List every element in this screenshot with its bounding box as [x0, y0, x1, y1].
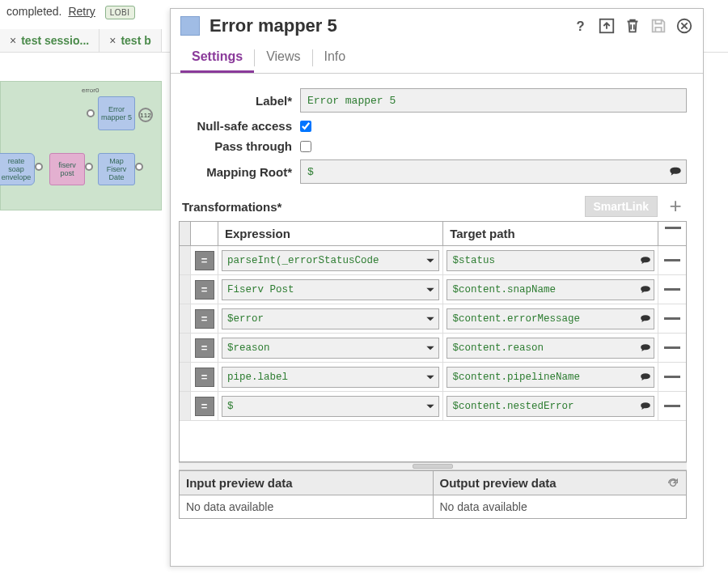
status-text: completed. — [6, 5, 61, 18]
drag-handle[interactable] — [180, 363, 191, 391]
pipeline-canvas[interactable]: error0 Error mapper 5 112 reate soap env… — [0, 81, 162, 210]
dialog-title: Error mapper 5 — [210, 15, 572, 36]
dropdown-icon[interactable] — [425, 372, 436, 383]
close-icon[interactable]: × — [10, 34, 16, 47]
dropdown-icon[interactable] — [425, 255, 436, 266]
close-icon[interactable]: × — [109, 34, 116, 47]
output-preview-body: No data available — [434, 495, 687, 518]
remove-row-button[interactable] — [664, 259, 680, 261]
node-create-soap[interactable]: reate soap envelope — [0, 153, 35, 185]
equals-button[interactable]: = — [195, 397, 214, 416]
port-icon[interactable] — [35, 163, 43, 171]
expression-input[interactable] — [222, 279, 439, 300]
tab-settings[interactable]: Settings — [180, 43, 254, 73]
lob-badge: LOBI — [105, 6, 135, 19]
suggest-icon[interactable] — [640, 255, 651, 266]
remove-row-button[interactable] — [664, 317, 680, 320]
tab-label: test sessio... — [21, 34, 89, 47]
input-preview-title: Input preview data — [186, 476, 293, 490]
remove-row-button[interactable] — [664, 405, 680, 407]
expression-input[interactable] — [222, 367, 439, 388]
refresh-icon[interactable] — [667, 477, 679, 490]
equals-button[interactable]: = — [195, 251, 214, 270]
node-fiserv-post[interactable]: fiserv post — [49, 153, 85, 185]
passthrough-label: Pass through — [179, 139, 300, 153]
dropdown-icon[interactable] — [425, 284, 436, 295]
remove-row-button[interactable] — [664, 346, 680, 349]
equals-button[interactable]: = — [195, 338, 214, 358]
drag-handle[interactable] — [180, 392, 191, 420]
node-error-mapper[interactable]: Error mapper 5 — [98, 96, 135, 130]
export-icon[interactable] — [598, 17, 616, 35]
output-preview-title: Output preview data — [440, 476, 557, 490]
dropdown-icon[interactable] — [425, 313, 436, 325]
port-icon[interactable] — [87, 109, 95, 117]
suggest-icon[interactable] — [640, 342, 651, 354]
target-input[interactable] — [447, 308, 654, 329]
error-port-label: error0 — [82, 87, 99, 94]
minus-icon[interactable] — [665, 227, 681, 229]
col-expression: Expression — [218, 222, 443, 245]
remove-row-button[interactable] — [664, 288, 680, 291]
settings-dialog: Error mapper 5 ? Settings Views Info Lab… — [170, 8, 704, 567]
table-row: = — [180, 392, 686, 421]
resize-handle[interactable] — [179, 462, 687, 470]
target-input[interactable] — [447, 338, 654, 359]
suggest-icon[interactable] — [640, 284, 651, 295]
target-input[interactable] — [447, 279, 654, 300]
expression-input[interactable] — [222, 308, 439, 329]
drag-handle[interactable] — [180, 334, 191, 362]
close-icon[interactable] — [675, 17, 693, 35]
expression-input[interactable] — [222, 396, 439, 417]
drag-handle[interactable] — [180, 304, 191, 333]
transformations-title: Transformations* — [179, 200, 585, 214]
retry-link[interactable]: Retry — [68, 5, 95, 18]
transformations-table: Expression Target path = = = — [179, 221, 687, 462]
tab-test-session[interactable]: × test sessio... — [0, 29, 99, 52]
dropdown-icon[interactable] — [425, 342, 436, 354]
tab-info[interactable]: Info — [313, 43, 358, 73]
remove-row-button[interactable] — [664, 376, 680, 378]
equals-button[interactable]: = — [195, 280, 214, 300]
save-icon[interactable] — [650, 17, 667, 35]
snap-icon — [180, 16, 200, 36]
trash-icon[interactable] — [624, 17, 641, 35]
suggest-icon[interactable] — [640, 313, 651, 325]
table-row: = — [180, 363, 686, 392]
node-map-fiserv-date[interactable]: Map Fiserv Date — [98, 153, 135, 185]
suggest-icon[interactable] — [640, 401, 651, 412]
equals-button[interactable]: = — [195, 368, 214, 387]
dropdown-icon[interactable] — [425, 401, 436, 412]
table-row: = — [180, 304, 686, 334]
table-row: = — [180, 246, 686, 275]
mappingroot-input[interactable] — [300, 159, 687, 184]
add-row-button[interactable]: + — [664, 195, 687, 218]
target-input[interactable] — [447, 250, 654, 271]
suggest-icon[interactable] — [640, 372, 651, 383]
target-input[interactable] — [447, 367, 654, 388]
port-icon[interactable] — [135, 163, 143, 171]
help-icon[interactable]: ? — [572, 17, 590, 35]
drag-handle[interactable] — [180, 246, 191, 274]
expression-input[interactable] — [222, 250, 439, 271]
tab-test-b[interactable]: × test b — [99, 29, 162, 52]
drag-handle[interactable] — [180, 275, 191, 304]
table-row: = — [180, 334, 686, 363]
col-target: Target path — [443, 222, 658, 245]
equals-button[interactable]: = — [195, 309, 214, 329]
svg-text:?: ? — [577, 19, 585, 33]
label-input[interactable] — [300, 88, 687, 113]
target-input[interactable] — [447, 396, 654, 417]
tab-views[interactable]: Views — [255, 43, 311, 73]
port-icon[interactable] — [85, 163, 93, 171]
dialog-tabs: Settings Views Info — [171, 43, 703, 74]
preview-panels: Input preview data No data available Out… — [179, 470, 687, 519]
label-label: Label* — [179, 94, 300, 108]
expression-input[interactable] — [222, 338, 439, 359]
nullsafe-checkbox[interactable] — [300, 121, 311, 132]
passthrough-checkbox[interactable] — [300, 141, 311, 152]
suggest-icon[interactable] — [669, 165, 682, 178]
node-badge: 112 — [138, 108, 153, 122]
dialog-header: Error mapper 5 ? — [171, 9, 703, 43]
smartlink-button[interactable]: SmartLink — [585, 196, 658, 217]
